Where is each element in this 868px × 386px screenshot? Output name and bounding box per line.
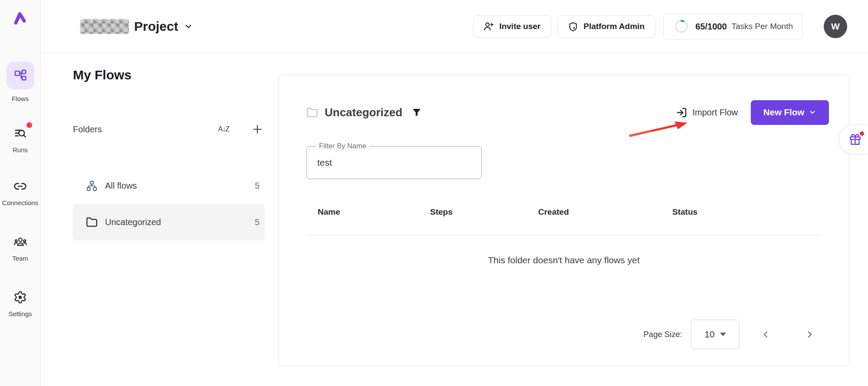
empty-state-text: This folder doesn't have any flows yet: [279, 255, 849, 265]
folder-item-label: All flows: [105, 181, 255, 191]
workflow-icon: [7, 62, 34, 89]
sidebar-item-label: Settings: [8, 310, 32, 317]
folder-item-label: Uncategorized: [105, 217, 255, 227]
column-header-name[interactable]: Name: [318, 207, 340, 217]
folders-heading: Folders: [73, 124, 102, 134]
platform-admin-label: Platform Admin: [583, 22, 644, 31]
folder-item-all-flows[interactable]: All flows 5: [73, 167, 265, 204]
rewards-drawer-tab[interactable]: [839, 124, 868, 154]
shield-icon: [568, 22, 578, 32]
topbar-actions: Invite user Platform Admin 65/1000 Tasks…: [473, 0, 847, 53]
link-icon: [13, 179, 28, 193]
users-icon: [13, 234, 28, 249]
user-avatar[interactable]: W: [824, 15, 847, 38]
sidebar-item-label: Flows: [12, 95, 29, 102]
sidebar-item-connections[interactable]: Connections: [0, 179, 40, 206]
platform-admin-button[interactable]: Platform Admin: [557, 15, 655, 38]
gear-icon: [13, 290, 28, 304]
filter-funnel-icon[interactable]: [412, 108, 421, 117]
progress-ring-icon: [673, 18, 690, 35]
new-flow-label: New Flow: [763, 107, 805, 118]
invite-user-button[interactable]: Invite user: [473, 15, 551, 38]
page-size-select[interactable]: 10: [691, 320, 740, 349]
app-root: Flows Runs Connections: [0, 0, 868, 386]
chevron-down-icon: [184, 22, 193, 31]
new-flow-button[interactable]: New Flow: [751, 100, 829, 125]
plus-icon: [252, 124, 263, 135]
project-switcher[interactable]: Project: [80, 0, 193, 53]
folders-header: Folders A↓Z: [73, 121, 265, 138]
pagination: Page Size: 10: [644, 320, 818, 349]
folder-item-count: 5: [255, 217, 260, 227]
table-divider: [306, 235, 821, 236]
previous-page-button[interactable]: [758, 327, 773, 342]
chevron-down-icon: [809, 108, 816, 116]
invite-user-label: Invite user: [499, 22, 540, 31]
tasks-usage-badge[interactable]: 65/1000 Tasks Per Month: [663, 13, 803, 39]
user-plus-icon: [484, 22, 494, 32]
gift-notification-dot: [860, 131, 864, 136]
column-header-status[interactable]: Status: [672, 207, 697, 217]
filter-by-name-input[interactable]: [307, 147, 481, 179]
column-header-created[interactable]: Created: [538, 207, 569, 217]
folder-item-count: 5: [255, 181, 260, 191]
sort-az-icon[interactable]: A↓Z: [217, 124, 231, 135]
page-size-label: Page Size:: [644, 330, 682, 339]
page-title: My Flows: [73, 68, 132, 82]
import-flow-label: Import Flow: [693, 108, 738, 118]
project-title: Project: [134, 19, 178, 34]
tasks-count: 65/1000: [695, 22, 727, 32]
sidebar: Flows Runs Connections: [0, 0, 41, 386]
sidebar-item-label: Connections: [2, 199, 38, 206]
caret-down-icon: [720, 333, 726, 336]
gift-icon: [849, 134, 861, 145]
app-logo-icon[interactable]: [0, 10, 40, 28]
import-icon: [676, 107, 687, 118]
chevron-left-icon: [760, 329, 771, 340]
add-folder-button[interactable]: [250, 122, 265, 137]
chevron-right-icon: [805, 329, 815, 340]
import-flow-button[interactable]: Import Flow: [676, 107, 738, 118]
card-title: Uncategorized: [325, 106, 402, 119]
runs-notification-dot: [26, 122, 32, 128]
folder-icon: [86, 216, 98, 228]
sidebar-item-label: Team: [12, 255, 28, 262]
sidebar-item-settings[interactable]: Settings: [0, 290, 40, 317]
filter-field: Filter By Name: [306, 146, 482, 179]
sidebar-item-flows[interactable]: Flows: [0, 62, 40, 102]
project-name-redacted: [80, 19, 129, 34]
sidebar-item-label: Runs: [13, 146, 28, 154]
flows-card: Uncategorized Import Flow New Flow: [278, 75, 849, 366]
topbar: Project Invite user Platform Admin: [40, 0, 868, 53]
list-search-icon: [13, 126, 28, 141]
sidebar-item-runs[interactable]: Runs: [0, 126, 40, 154]
network-icon: [86, 180, 98, 192]
card-header: Uncategorized Import Flow New Flow: [306, 99, 829, 125]
folder-icon: [306, 107, 318, 118]
folder-item-uncategorized[interactable]: Uncategorized 5: [73, 204, 265, 240]
page-size-value: 10: [704, 329, 714, 340]
column-header-steps[interactable]: Steps: [430, 207, 453, 217]
tasks-label: Tasks Per Month: [732, 22, 793, 31]
next-page-button[interactable]: [802, 327, 818, 342]
sidebar-item-team[interactable]: Team: [0, 234, 40, 262]
